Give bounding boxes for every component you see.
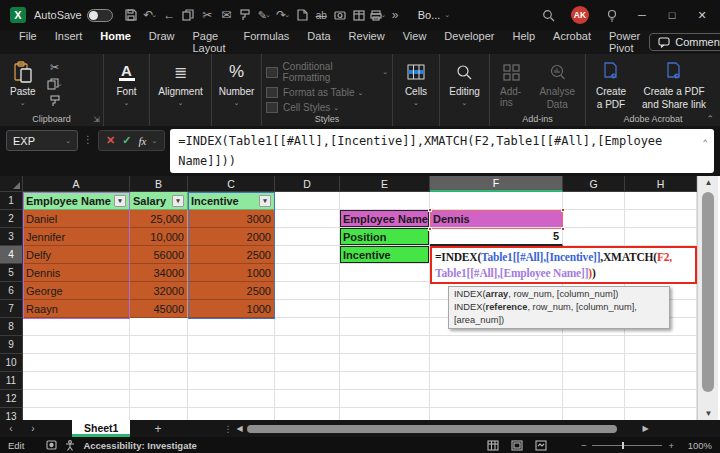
cell-A13[interactable]: [23, 408, 130, 420]
camera-icon[interactable]: [332, 6, 349, 24]
cell-D10[interactable]: [275, 354, 340, 372]
column-header-G[interactable]: G: [563, 176, 625, 192]
cell-B4[interactable]: 56000: [130, 246, 188, 264]
conditional-formatting-button[interactable]: Conditional Formatting⌄: [266, 61, 388, 83]
table-style-icon[interactable]: [351, 6, 368, 24]
alignment-button[interactable]: ≣ Alignment ⌄: [154, 58, 207, 109]
analyse-data-button[interactable]: Analyse Data: [533, 58, 581, 112]
cell-styles-button[interactable]: Cell Styles⌄: [266, 102, 388, 113]
cell-B11[interactable]: [130, 372, 188, 390]
cell-G10[interactable]: [563, 354, 625, 372]
cell-C5[interactable]: 1000: [188, 264, 275, 282]
cell-F1[interactable]: [430, 192, 563, 210]
comments-button[interactable]: Comments: [649, 33, 720, 51]
font-button[interactable]: A Font ⌄: [108, 58, 145, 109]
save-icon[interactable]: [123, 6, 140, 24]
cell-E3[interactable]: Position: [340, 228, 430, 246]
cell-F2[interactable]: Dennis: [430, 210, 563, 228]
cell-E7[interactable]: [340, 300, 430, 318]
cell-A6[interactable]: George: [23, 282, 130, 300]
search-icon[interactable]: [540, 6, 557, 24]
ink-pen-icon[interactable]: ✎⌄: [256, 6, 273, 24]
zoom-level[interactable]: 100%: [684, 440, 712, 451]
new-file-icon[interactable]: [294, 6, 311, 24]
cell-E1[interactable]: [340, 192, 430, 210]
sheet-tab-sheet1[interactable]: Sheet1: [72, 420, 130, 437]
cell-H1[interactable]: [625, 192, 697, 210]
cell-G1[interactable]: [563, 192, 625, 210]
avatar[interactable]: AK: [571, 6, 589, 24]
scroll-down-icon[interactable]: ▼: [698, 409, 719, 418]
expand-formula-bar-icon[interactable]: ⌃: [703, 133, 708, 153]
insert-function-icon[interactable]: fx: [138, 135, 146, 147]
cell-A8[interactable]: [23, 318, 130, 336]
column-header-C[interactable]: C: [188, 176, 275, 192]
cell-D13[interactable]: [275, 408, 340, 420]
cell-E6[interactable]: [340, 282, 430, 300]
column-header-H[interactable]: H: [625, 176, 697, 192]
confirm-entry-icon[interactable]: ✓: [122, 134, 131, 147]
cell-C12[interactable]: [188, 390, 275, 408]
cell-D6[interactable]: [275, 282, 340, 300]
number-button[interactable]: % Number ⌄: [216, 58, 257, 109]
cell-B1[interactable]: Salary▾: [130, 192, 188, 210]
cell-G2[interactable]: [563, 210, 625, 228]
cell-H3[interactable]: [625, 228, 697, 246]
row-header-10[interactable]: 10: [0, 354, 23, 372]
cell-A5[interactable]: Dennis: [23, 264, 130, 282]
cell-F13[interactable]: [430, 408, 563, 420]
lightbulb-icon[interactable]: [603, 6, 620, 24]
printer-icon[interactable]: ⌄: [370, 6, 387, 24]
paste-button[interactable]: Paste ⌄: [4, 58, 42, 109]
vertical-scrollbar[interactable]: ▲ ▼: [697, 176, 718, 420]
cell-D5[interactable]: [275, 264, 340, 282]
cell-A9[interactable]: [23, 336, 130, 354]
active-cell-formula-editor[interactable]: =INDEX(Table1[[#All],[Incentive]],XMATCH…: [430, 246, 697, 284]
formula-input[interactable]: =INDEX(Table1[[#All],[Incentive]],XMATCH…: [170, 129, 714, 173]
cell-D4[interactable]: [275, 246, 340, 264]
cell-D2[interactable]: [275, 210, 340, 228]
copy-icon[interactable]: ⌄: [46, 77, 64, 91]
filter-dropdown-icon[interactable]: ▾: [172, 195, 184, 207]
cut-icon[interactable]: ✂: [46, 60, 64, 74]
maximize-button[interactable]: □: [664, 9, 680, 21]
row-header-3[interactable]: 3: [0, 228, 23, 246]
row-header-2[interactable]: 2: [0, 210, 23, 228]
cells-button[interactable]: Cells ⌄: [397, 58, 435, 109]
close-button[interactable]: ✕: [694, 9, 710, 22]
sheet-nav-right-icon[interactable]: ›: [22, 423, 44, 434]
vertical-scrollbar-thumb[interactable]: [702, 192, 714, 392]
cell-E2[interactable]: Employee Name: [340, 210, 430, 228]
cell-A4[interactable]: Delfy: [23, 246, 130, 264]
strikethrough-icon[interactable]: ab: [313, 6, 330, 24]
row-header-6[interactable]: 6: [0, 282, 23, 300]
cell-F10[interactable]: [430, 354, 563, 372]
cell-C13[interactable]: [188, 408, 275, 420]
horizontal-scrollbar[interactable]: [247, 424, 639, 433]
cell-E10[interactable]: [340, 354, 430, 372]
cell-B9[interactable]: [130, 336, 188, 354]
row-header-4[interactable]: 4: [0, 246, 23, 264]
cell-E11[interactable]: [340, 372, 430, 390]
cell-C8[interactable]: [188, 318, 275, 336]
cell-F11[interactable]: [430, 372, 563, 390]
row-header-1[interactable]: 1: [0, 192, 23, 210]
row-header-5[interactable]: 5: [0, 264, 23, 282]
cell-C9[interactable]: [188, 336, 275, 354]
document-title[interactable]: Bo... ⌄: [418, 9, 451, 21]
cell-A11[interactable]: [23, 372, 130, 390]
scroll-up-icon[interactable]: ▲: [698, 178, 719, 187]
cell-H9[interactable]: [625, 336, 697, 354]
cell-E9[interactable]: [340, 336, 430, 354]
back-icon[interactable]: ←: [161, 6, 178, 24]
cell-D8[interactable]: [275, 318, 340, 336]
cell-A10[interactable]: [23, 354, 130, 372]
normal-view-icon[interactable]: [487, 440, 499, 451]
cell-H10[interactable]: [625, 354, 697, 372]
undo-icon[interactable]: ↶⌄: [142, 6, 159, 24]
editing-button[interactable]: Editing ⌄: [444, 58, 485, 109]
cell-C6[interactable]: 2500: [188, 282, 275, 300]
name-box[interactable]: EXP ⌄: [6, 130, 78, 151]
row-header-8[interactable]: 8: [0, 318, 23, 336]
cell-G3[interactable]: [563, 228, 625, 246]
